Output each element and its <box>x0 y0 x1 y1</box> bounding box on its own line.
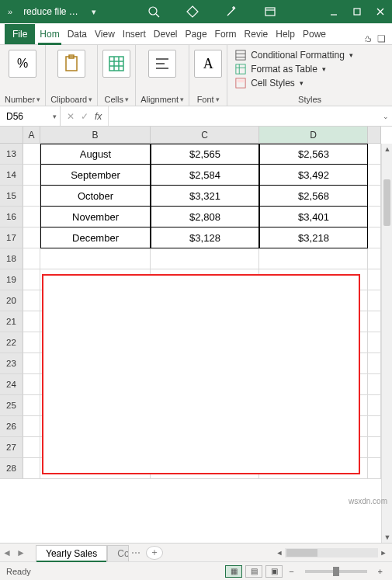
row-header[interactable]: 26 <box>0 416 23 437</box>
scroll-thumb[interactable] <box>383 179 390 226</box>
format-as-table-button[interactable]: Format as Table▾ <box>235 64 384 75</box>
close-button[interactable] <box>369 0 392 23</box>
diamond-icon[interactable] <box>181 0 204 23</box>
row-header[interactable]: 14 <box>0 165 23 186</box>
add-sheet-button[interactable]: ＋ <box>146 546 163 560</box>
cell[interactable]: $3,401 <box>259 207 368 227</box>
wand-icon[interactable] <box>220 0 243 23</box>
cells-button[interactable] <box>102 50 130 78</box>
cell-styles-button[interactable]: Cell Styles▾ <box>235 78 384 89</box>
scroll-up-icon[interactable]: ▲ <box>382 144 392 155</box>
cell[interactable]: November <box>40 207 151 227</box>
tab-developer[interactable]: Devel <box>151 24 181 44</box>
spreadsheet-grid[interactable]: A B C D 13 14 15 16 17 18 19 20 21 22 23… <box>0 127 392 543</box>
font-button[interactable]: A <box>194 50 222 78</box>
chevron-down-icon[interactable]: ▾ <box>125 96 129 103</box>
chevron-down-icon[interactable]: ▾ <box>36 96 40 103</box>
row-header[interactable]: 16 <box>0 207 23 227</box>
cancel-icon[interactable]: ✕ <box>67 111 75 122</box>
vertical-scrollbar[interactable]: ▲ ▼ <box>381 144 392 543</box>
col-header-extra[interactable] <box>368 127 381 144</box>
view-normal-button[interactable]: ▦ <box>225 565 242 578</box>
chevron-down-icon[interactable]: ▾ <box>88 96 92 103</box>
fx-icon[interactable]: fx <box>95 111 102 122</box>
col-header-b[interactable]: B <box>40 127 151 144</box>
tab-page[interactable]: Page <box>182 24 210 44</box>
sheet-tab[interactable]: Co <box>107 545 129 561</box>
scroll-left-icon[interactable]: ◄ <box>274 549 285 557</box>
tab-formulas[interactable]: Form <box>212 24 240 44</box>
tab-view[interactable]: View <box>92 24 118 44</box>
alignment-button[interactable] <box>148 50 176 78</box>
scroll-thumb[interactable] <box>286 549 317 557</box>
horizontal-scrollbar[interactable]: ◄ ► <box>163 548 392 557</box>
share-icon[interactable]: 🖒 <box>363 33 373 44</box>
row-header[interactable]: 21 <box>0 311 23 332</box>
maximize-button[interactable] <box>345 0 369 23</box>
chevron-down-icon[interactable]: ▾ <box>50 113 60 120</box>
sheet-more-icon[interactable]: ⋯ <box>129 547 143 558</box>
tab-power[interactable]: Powe <box>300 24 329 44</box>
ribbon-options-icon[interactable]: ❏ <box>377 33 386 44</box>
tab-insert[interactable]: Insert <box>120 24 149 44</box>
row-header[interactable]: 19 <box>0 269 23 290</box>
name-box[interactable]: D56▾ <box>0 106 61 126</box>
cell[interactable]: $3,321 <box>151 186 259 207</box>
qat-more-icon[interactable]: » <box>3 7 17 16</box>
row-header[interactable]: 28 <box>0 458 23 479</box>
row-header[interactable]: 18 <box>0 248 23 269</box>
col-header-d[interactable]: D <box>259 127 368 144</box>
cell[interactable]: August <box>40 144 151 165</box>
cell[interactable]: $2,565 <box>151 144 259 165</box>
clipboard-button[interactable] <box>57 50 85 78</box>
zoom-in-button[interactable]: + <box>375 567 386 576</box>
row-header[interactable]: 20 <box>0 290 23 311</box>
scroll-right-icon[interactable]: ► <box>378 549 389 557</box>
accept-icon[interactable]: ✓ <box>81 111 88 122</box>
chevron-down-icon[interactable]: ▾ <box>180 96 184 103</box>
cell[interactable]: $3,218 <box>259 227 368 248</box>
cell[interactable]: $2,563 <box>259 144 368 165</box>
row-header[interactable]: 22 <box>0 332 23 353</box>
chevron-down-icon[interactable]: ⌄ <box>383 113 389 120</box>
row-header[interactable]: 24 <box>0 374 23 395</box>
sheet-tab-active[interactable]: Yearly Sales <box>36 545 107 561</box>
view-page-break-button[interactable]: ▣ <box>265 565 283 578</box>
row-header[interactable]: 27 <box>0 437 23 458</box>
cell[interactable]: $2,808 <box>151 207 259 227</box>
cell[interactable]: $3,492 <box>259 165 368 186</box>
col-header-c[interactable]: C <box>151 127 259 144</box>
cell[interactable]: $2,568 <box>259 186 368 207</box>
select-all-corner[interactable] <box>0 127 23 144</box>
formula-input[interactable]: ⌄ <box>109 106 392 126</box>
cell[interactable]: October <box>40 186 151 207</box>
window-icon[interactable] <box>258 0 282 23</box>
view-page-layout-button[interactable]: ▤ <box>245 565 262 578</box>
sheet-nav-next[interactable]: ► <box>14 547 28 558</box>
number-format-button[interactable]: % <box>9 50 36 78</box>
row-header[interactable]: 13 <box>0 144 23 165</box>
cell[interactable]: September <box>40 165 151 186</box>
zoom-out-button[interactable]: − <box>286 567 297 576</box>
title-dropdown-icon[interactable]: ▾ <box>87 7 101 17</box>
cells-area[interactable]: August$2,565$2,563 September$2,584$3,492… <box>23 144 381 543</box>
cell[interactable]: $2,584 <box>151 165 259 186</box>
minimize-button[interactable] <box>322 0 345 23</box>
tab-help[interactable]: Help <box>272 24 298 44</box>
conditional-formatting-button[interactable]: Conditional Formatting▾ <box>235 50 384 61</box>
col-header-a[interactable]: A <box>23 127 40 144</box>
row-header[interactable]: 25 <box>0 395 23 416</box>
tab-review[interactable]: Revie <box>241 24 272 44</box>
cell[interactable]: December <box>40 227 151 248</box>
row-header[interactable]: 17 <box>0 227 23 248</box>
sheet-nav-prev[interactable]: ◄ <box>0 547 14 558</box>
search-icon[interactable] <box>142 0 165 23</box>
chevron-down-icon[interactable]: ▾ <box>216 96 220 103</box>
row-header[interactable]: 23 <box>0 353 23 374</box>
row-header[interactable]: 15 <box>0 186 23 207</box>
tab-file[interactable]: File <box>5 24 35 44</box>
zoom-slider[interactable] <box>305 570 367 573</box>
cell[interactable]: $3,128 <box>151 227 259 248</box>
tab-data[interactable]: Data <box>64 24 90 44</box>
scroll-down-icon[interactable]: ▼ <box>382 532 392 543</box>
